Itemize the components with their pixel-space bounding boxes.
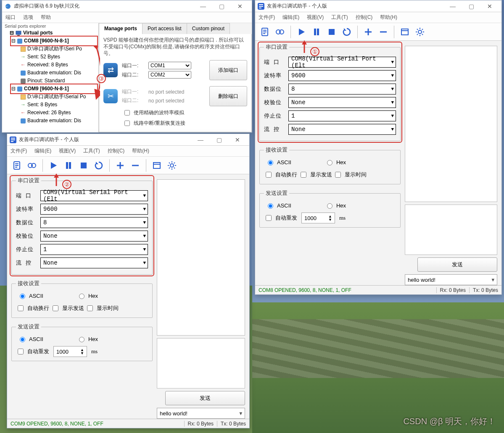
reload-button[interactable] <box>340 25 354 39</box>
stop-button[interactable] <box>325 25 339 39</box>
data-select[interactable]: 8 <box>40 217 148 228</box>
send-button[interactable]: 发送 <box>165 391 245 405</box>
interval-input[interactable]: 1000▲▼ <box>53 346 87 357</box>
settings-button[interactable] <box>165 158 179 173</box>
menubar-right[interactable]: 文件(F) 编辑(E) 视图(V) 工具(T) 控制(C) 帮助(H) <box>255 12 501 23</box>
record-button[interactable] <box>25 158 39 173</box>
tab-pinout[interactable]: Custom pinout <box>187 23 230 34</box>
remove-button[interactable] <box>128 158 142 173</box>
pause-button[interactable] <box>61 158 76 173</box>
minimize-button[interactable]: — <box>194 0 212 12</box>
menu-edit[interactable]: 编辑(E) <box>282 14 299 21</box>
port-tree[interactable]: ⊟ Virtual ports ⊟ COM8 [9600-N-8-1] D:\串… <box>2 23 99 132</box>
preset-select[interactable]: hello world! <box>405 274 497 285</box>
menu-tool[interactable]: 工具(T) <box>331 14 348 21</box>
parity-select[interactable]: None <box>288 97 396 108</box>
pause-button[interactable] <box>309 25 324 39</box>
autowrap-check[interactable] <box>18 305 24 311</box>
reload-button[interactable] <box>92 158 106 173</box>
menu-opts[interactable]: 选项 <box>23 14 33 21</box>
menu-view[interactable]: 视图(V) <box>307 14 324 21</box>
showtx-check[interactable] <box>301 172 306 178</box>
autoresend-check[interactable] <box>266 215 272 221</box>
tab-access[interactable]: Port access list <box>142 23 187 34</box>
tree-com8[interactable]: ⊟ COM8 [9600-N-8-1] <box>11 37 97 45</box>
minimize-button[interactable]: — <box>443 0 462 12</box>
input-area[interactable] <box>405 205 497 255</box>
menubar-left[interactable]: 文件(F) 编辑(E) 视图(V) 工具(T) 控制(C) 帮助(H) <box>7 146 249 157</box>
port-select[interactable]: COM9(Virtual Serial Port (Elt <box>40 190 148 201</box>
menu-help[interactable]: 帮助(H) <box>132 147 149 155</box>
maximize-button[interactable]: ▢ <box>210 134 228 146</box>
remove-button[interactable] <box>376 25 391 39</box>
del-port-button[interactable]: 删除端口 <box>209 86 247 106</box>
minimize-button[interactable]: — <box>191 134 210 146</box>
titlebar-right[interactable]: 友善串口调试助手 - 个人版 — ▢ ✕ <box>255 0 501 12</box>
recv-ascii-radio[interactable] <box>268 160 273 165</box>
port2-select[interactable]: COM2 <box>148 71 191 79</box>
maximize-button[interactable]: ▢ <box>212 0 231 12</box>
vspd-titlebar[interactable]: 虚拟串口驱动 6.9 by耿川汉化 — ▢ ✕ <box>2 0 252 12</box>
send-ascii-radio[interactable] <box>20 337 25 342</box>
parity-select[interactable]: None <box>40 231 148 241</box>
settings-button[interactable] <box>413 25 427 39</box>
menu-help[interactable]: 帮助(H) <box>380 14 397 21</box>
send-button[interactable]: 发送 <box>417 257 497 272</box>
break-reconnect-check[interactable] <box>124 121 130 126</box>
tab-manage[interactable]: Manage ports <box>99 23 142 34</box>
recv-hex-radio[interactable] <box>79 294 84 299</box>
add-button[interactable] <box>361 25 375 39</box>
menu-file[interactable]: 文件(F) <box>11 147 27 155</box>
autoresend-check[interactable] <box>18 349 24 354</box>
send-hex-radio[interactable] <box>79 337 84 342</box>
port1-select[interactable]: COM1 <box>148 62 191 69</box>
play-button[interactable] <box>294 25 309 39</box>
menu-ctrl[interactable]: 控制(C) <box>356 14 373 21</box>
preset-select[interactable]: hello world! <box>157 408 245 419</box>
menu-port[interactable]: 端口 <box>5 14 16 21</box>
close-button[interactable]: ✕ <box>231 0 249 12</box>
showtime-check[interactable] <box>335 172 341 178</box>
baud-select[interactable]: 9600 <box>288 70 396 81</box>
record-button[interactable] <box>273 25 287 39</box>
menu-view[interactable]: 视图(V) <box>59 147 76 155</box>
maximize-button[interactable]: ▢ <box>462 0 480 12</box>
window-button[interactable] <box>150 158 164 173</box>
showtx-check[interactable] <box>53 305 58 311</box>
window-button[interactable] <box>398 25 412 39</box>
flow-select[interactable]: None <box>288 124 396 135</box>
interval-input[interactable]: 1000▲▼ <box>301 213 335 223</box>
recv-hex-radio[interactable] <box>327 160 332 165</box>
new-button[interactable] <box>10 158 24 173</box>
flow-select[interactable]: None <box>40 257 148 268</box>
add-port-button[interactable]: 添加端口 <box>209 60 247 80</box>
close-button[interactable]: ✕ <box>228 134 247 146</box>
titlebar-left[interactable]: 友善串口调试助手 - 个人版 — ▢ ✕ <box>7 134 249 146</box>
menu-help[interactable]: 帮助 <box>41 14 51 21</box>
add-button[interactable] <box>113 158 127 173</box>
menu-ctrl[interactable]: 控制(C) <box>108 147 125 155</box>
showtime-check[interactable] <box>87 305 93 311</box>
play-button[interactable] <box>46 158 61 173</box>
new-button[interactable] <box>258 25 272 39</box>
menu-edit[interactable]: 编辑(E) <box>34 147 51 155</box>
stop-select[interactable]: 1 <box>40 244 148 255</box>
menu-tool[interactable]: 工具(T) <box>83 147 100 155</box>
baud-select[interactable]: 9600 <box>40 204 148 215</box>
output-area[interactable] <box>405 46 497 202</box>
data-select[interactable]: 8 <box>288 84 396 94</box>
send-ascii-radio[interactable] <box>268 203 273 209</box>
tree-com9[interactable]: ⊟ COM9 [9600-N-8-1] <box>11 85 97 93</box>
emulate-baud-check[interactable] <box>124 110 130 115</box>
menu-file[interactable]: 文件(F) <box>259 14 275 21</box>
vspd-menubar[interactable]: 端口 选项 帮助 <box>2 12 252 23</box>
stop-select[interactable]: 1 <box>288 110 396 121</box>
tree-root[interactable]: ⊟ Virtual ports <box>10 29 97 37</box>
close-button[interactable]: ✕ <box>480 0 499 12</box>
output-area[interactable] <box>157 179 245 336</box>
input-area[interactable] <box>157 338 245 388</box>
send-hex-radio[interactable] <box>327 203 332 209</box>
recv-ascii-radio[interactable] <box>20 294 25 299</box>
port-select[interactable]: COM8(Virtual Serial Port (Elt <box>288 57 396 68</box>
stop-button[interactable] <box>77 158 91 173</box>
